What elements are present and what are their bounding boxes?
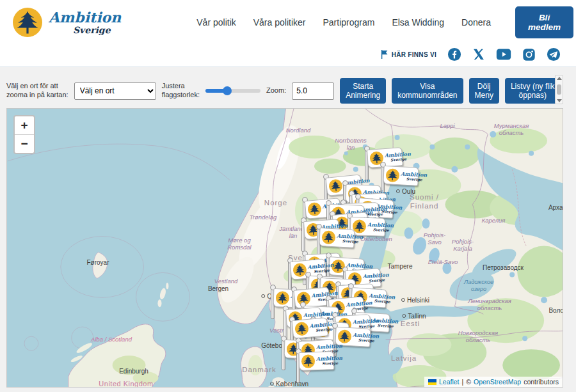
nav-partiprogram[interactable]: Partiprogram: [323, 17, 374, 27]
scrollbar-thumb[interactable]: [557, 84, 561, 95]
flag-logo-icon: [328, 178, 343, 193]
map[interactable]: NordlandNorrbottens länLappiМурманская о…: [6, 108, 563, 388]
flag-logo-icon: [307, 202, 322, 217]
flag-size-slider[interactable]: [205, 86, 260, 96]
map-controls-bar: Välj en ort för att zooma in på kartan: …: [6, 76, 570, 106]
zoom-out-button[interactable]: −: [15, 135, 34, 153]
zoom-in-button[interactable]: +: [15, 116, 34, 135]
slider-thumb[interactable]: [223, 86, 232, 95]
flag-logo-icon: [321, 230, 335, 244]
nav-elsa-widding[interactable]: Elsa Widding: [392, 17, 444, 27]
facebook-icon[interactable]: [447, 47, 461, 61]
logo-title: Ambition: [49, 10, 121, 24]
scroll-up-icon[interactable]: [557, 77, 562, 80]
list-view-button[interactable]: Listvy (ny flik öppnas): [505, 78, 561, 104]
flag-logo-icon: [301, 354, 316, 368]
scroll-down-icon[interactable]: [557, 99, 562, 102]
flag-logo-icon: [276, 291, 290, 305]
show-municipalities-button[interactable]: Visa kommunområden: [392, 78, 463, 104]
city-select[interactable]: Välj en ort: [74, 82, 156, 100]
leaflet-link[interactable]: Leaflet: [439, 378, 460, 386]
logo-subtitle: Sverige: [73, 26, 121, 35]
start-animation-button[interactable]: Starta Animering: [340, 78, 386, 104]
flag-logo-icon: [337, 329, 351, 343]
site-header: Ambition Sverige Vår politik Våra politi…: [0, 0, 576, 45]
zoom-value-input[interactable]: [292, 82, 334, 100]
youtube-icon[interactable]: [496, 48, 511, 61]
main-nav: Vår politik Våra politiker Partiprogram …: [196, 17, 491, 27]
nav-vara-politiker[interactable]: Våra politiker: [253, 17, 306, 27]
nav-donera[interactable]: Donera: [461, 17, 491, 27]
instagram-icon[interactable]: [522, 48, 536, 61]
social-label: HÄR FINNS VI: [380, 50, 436, 59]
map-attribution: Leaflet | © OpenStreetMap contributors: [424, 377, 563, 387]
flag-icon: [380, 50, 388, 59]
ukraine-flag-icon: [428, 379, 436, 385]
flag-logo-icon: [294, 322, 309, 336]
select-city-label: Välj en ort för att zooma in på kartan:: [6, 82, 68, 100]
x-twitter-icon[interactable]: [472, 48, 485, 61]
join-member-button[interactable]: Bli medlem: [515, 6, 573, 38]
site-logo[interactable]: Ambition Sverige: [13, 8, 121, 37]
osm-link[interactable]: OpenStreetMap: [474, 378, 521, 386]
hide-menu-button[interactable]: Dölj Meny: [469, 78, 499, 104]
flag-marker[interactable]: AmbitionSverige: [296, 349, 336, 386]
map-zoom-control: + −: [13, 115, 35, 154]
nav-var-politik[interactable]: Vår politik: [196, 17, 236, 27]
flag-size-label: Justera flaggstorlek:: [162, 82, 200, 100]
zoom-label: Zoom:: [266, 86, 286, 95]
tree-logo-icon: [13, 8, 42, 37]
social-bar: HÄR FINNS VI: [0, 45, 576, 67]
flag-logo-icon: [385, 168, 399, 182]
telegram-icon[interactable]: [547, 47, 561, 61]
widget-scrollbar[interactable]: [555, 75, 563, 104]
